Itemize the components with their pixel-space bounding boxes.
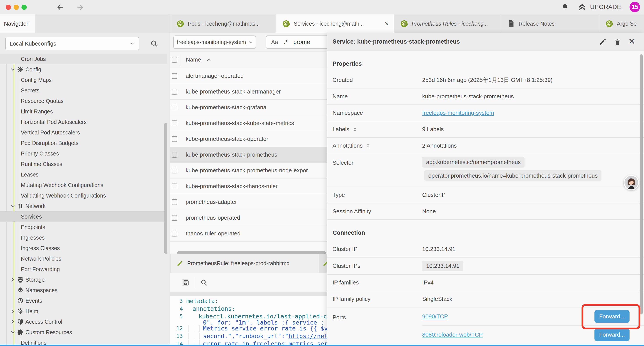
sidebar-item[interactable]: Network Policies [0, 253, 167, 264]
window-close-button[interactable] [6, 4, 11, 10]
expand-toggle-icon[interactable] [352, 127, 358, 132]
sidebar-item[interactable]: Endpoints [0, 222, 167, 232]
port-link[interactable]: 8080:reloader-web/TCP [422, 331, 483, 338]
table-row[interactable]: thanos-ruler-operated [170, 226, 327, 242]
code-link[interactable]: https://net [288, 333, 327, 340]
cluster-tab[interactable]: Pods - icecheng@mathmas... [170, 14, 276, 33]
cluster-tab[interactable]: Prometheus Rules - icecheng... [394, 14, 501, 33]
table-row[interactable]: kube-prometheus-stack-operator [170, 131, 327, 147]
sidebar-item[interactable]: Services [0, 211, 167, 222]
notifications-bell-icon[interactable] [561, 3, 569, 11]
table-row[interactable]: alertmanager-operated [170, 68, 327, 84]
upgrade-label[interactable]: UPGRADE [590, 3, 621, 10]
table-row[interactable]: kube-prometheus-stack-prometheus-node-ex… [170, 163, 327, 178]
sidebar-scrollbar[interactable] [164, 123, 167, 254]
row-checkbox[interactable] [172, 136, 177, 142]
match-case-toggle[interactable]: Aa [271, 39, 278, 45]
save-icon[interactable] [182, 278, 190, 287]
sidebar-item[interactable]: Horizontal Pod Autoscalers [0, 117, 167, 127]
sidebar-item[interactable]: Priority Classes [0, 148, 167, 159]
chevron-right-icon[interactable] [10, 277, 16, 283]
port-link[interactable]: 9090/TCP [422, 313, 448, 320]
dock-tab-2[interactable] [320, 254, 327, 273]
sidebar-search-icon[interactable] [150, 39, 158, 48]
row-checkbox[interactable] [172, 231, 177, 237]
sidebar-item[interactable]: Leases [0, 169, 167, 180]
sidebar-item[interactable]: Custom Resources [0, 327, 167, 338]
sidebar-item[interactable]: Events [0, 296, 167, 306]
tab-close-icon[interactable]: × [385, 20, 389, 27]
table-search-input[interactable]: Aa .* prome [266, 35, 327, 49]
row-checkbox[interactable] [172, 199, 177, 205]
table-row[interactable]: kube-prometheus-stack-alertmanager [170, 84, 327, 100]
sidebar-item[interactable]: Ingress Classes [0, 243, 167, 253]
forward-button[interactable]: Forward... [594, 328, 630, 341]
name-column-header[interactable]: Name [186, 56, 201, 63]
chevron-down-icon[interactable] [10, 329, 16, 335]
table-row[interactable]: kube-prometheus-stack-grafana [170, 100, 327, 115]
forward-arrow-icon[interactable] [76, 3, 84, 11]
row-checkbox[interactable] [172, 120, 177, 126]
cluster-tab[interactable]: Release Notes [501, 14, 599, 33]
sidebar-item[interactable]: Pod Disruption Budgets [0, 138, 167, 148]
row-checkbox[interactable] [172, 168, 177, 173]
sidebar-item[interactable]: Mutating Webhook Configurations [0, 180, 167, 190]
delete-icon[interactable] [614, 38, 621, 45]
close-icon[interactable]: ✕ [628, 37, 635, 45]
sidebar-item[interactable]: Validating Webhook Configurations [0, 190, 167, 201]
sidebar-item[interactable]: Storage [0, 274, 167, 285]
row-checkbox[interactable] [172, 89, 177, 95]
cluster-tab[interactable]: Argo Se [599, 14, 644, 33]
row-checkbox[interactable] [172, 215, 177, 221]
sidebar-item[interactable]: Resource Quotas [0, 96, 167, 106]
chevron-down-icon[interactable] [10, 203, 16, 209]
sidebar-item[interactable]: Port Forwarding [0, 264, 167, 274]
sidebar-item[interactable]: Cron Jobs [0, 54, 167, 64]
sidebar-item[interactable]: Runtime Classes [0, 159, 167, 169]
sidebar-item[interactable]: Access Control [0, 317, 167, 327]
sidebar-item[interactable]: Secrets [0, 85, 167, 96]
sidebar-item[interactable]: Config Maps [0, 75, 167, 85]
avatar[interactable] [624, 175, 639, 190]
notification-count-badge[interactable]: 15 [630, 2, 640, 12]
select-all-checkbox[interactable] [172, 57, 177, 63]
table-row[interactable]: kube-prometheus-stack-thanos-ruler [170, 178, 327, 194]
editor-search-icon[interactable] [200, 279, 208, 286]
navigator-panel-tab[interactable]: Navigator [0, 14, 36, 33]
row-checkbox[interactable] [172, 105, 177, 110]
dock-tab-prometheusrule[interactable]: PrometheusRule: freeleaps-prod-rabbitmq [171, 254, 319, 273]
detail-scrollbar[interactable] [640, 54, 643, 315]
window-minimize-button[interactable] [14, 4, 19, 10]
sidebar-item[interactable]: Ingresses [0, 232, 167, 243]
forward-button[interactable]: Forward... [594, 310, 630, 323]
regex-toggle[interactable]: .* [284, 39, 288, 45]
table-row[interactable]: kube-prometheus-stack-kube-state-metrics [170, 115, 327, 131]
yaml-editor[interactable]: 3metadata: 4annotations: 5kubectl.kubern… [170, 296, 327, 346]
sidebar-item-label: Access Control [26, 319, 62, 325]
row-checkbox[interactable] [172, 184, 177, 189]
sidebar-item[interactable]: Helm [0, 306, 167, 317]
edit-icon[interactable] [599, 38, 607, 45]
namespace-filter-select[interactable]: freeleaps-monitoring-system [174, 35, 256, 49]
table-row[interactable]: kube-prometheus-stack-prometheus [170, 147, 327, 163]
chevron-right-icon[interactable] [10, 319, 16, 325]
row-checkbox[interactable] [172, 73, 177, 79]
namespace-link[interactable]: freeleaps-monitoring-system [422, 109, 494, 116]
sidebar-item[interactable]: Namespaces [0, 285, 167, 296]
row-checkbox[interactable] [172, 152, 177, 158]
sidebar-item[interactable]: Limit Ranges [0, 106, 167, 117]
table-row[interactable]: prometheus-adapter [170, 194, 327, 210]
sort-ascending-icon[interactable] [206, 57, 212, 63]
kubeconfig-selector[interactable]: Local Kubeconfigs [5, 37, 140, 50]
sidebar-item[interactable]: Network [0, 201, 167, 211]
table-row[interactable]: prometheus-operated [170, 210, 327, 226]
upgrade-icon[interactable] [578, 3, 586, 11]
chevron-down-icon[interactable] [10, 66, 16, 72]
sidebar-item[interactable]: Vertical Pod Autoscalers [0, 127, 167, 138]
chevron-right-icon[interactable] [10, 308, 16, 314]
sidebar-item[interactable]: Config [0, 64, 167, 75]
window-maximize-button[interactable] [22, 4, 27, 10]
cluster-tab[interactable]: Services - icecheng@math...× [276, 14, 394, 33]
back-arrow-icon[interactable] [56, 3, 64, 11]
expand-toggle-icon[interactable] [365, 143, 371, 149]
